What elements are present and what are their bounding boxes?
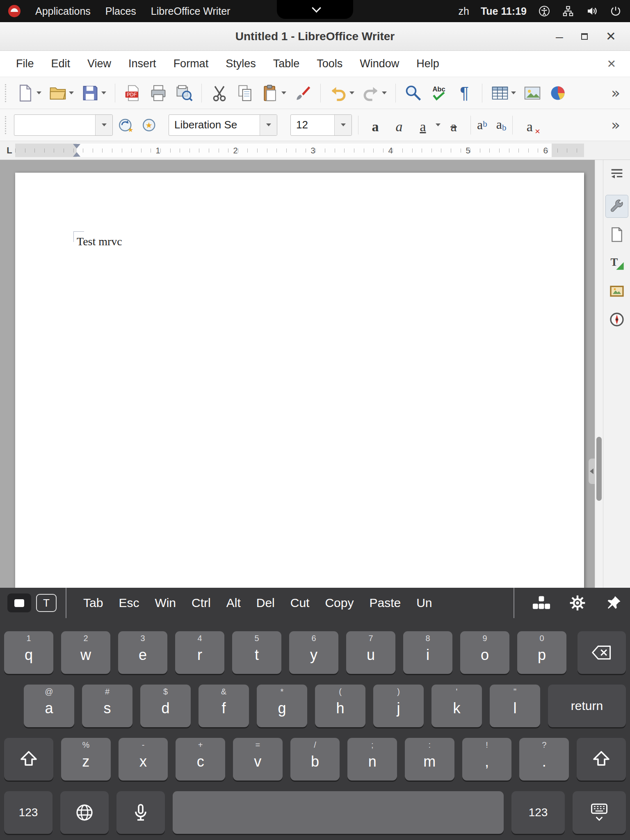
- new-document-button[interactable]: [14, 82, 44, 104]
- undo-button[interactable]: [327, 82, 357, 104]
- key-u[interactable]: 7u: [346, 631, 395, 674]
- insert-table-button[interactable]: [488, 82, 518, 104]
- menu-view[interactable]: View: [79, 57, 120, 70]
- del-key[interactable]: Del: [249, 596, 283, 610]
- close-button[interactable]: ✕: [606, 30, 616, 43]
- find-replace-button[interactable]: [402, 82, 425, 104]
- backspace-key[interactable]: [578, 631, 626, 674]
- active-app-menu[interactable]: LibreOffice Writer: [151, 5, 231, 17]
- return-key[interactable]: return: [548, 685, 626, 727]
- key-w[interactable]: 2w: [61, 631, 110, 674]
- key-v[interactable]: =v: [233, 738, 283, 781]
- paragraph-style-combobox[interactable]: [14, 114, 113, 136]
- key-m[interactable]: :m: [405, 738, 454, 781]
- keyboard-layout-button[interactable]: [532, 594, 550, 612]
- globe-key[interactable]: [60, 791, 109, 834]
- menu-window[interactable]: Window: [351, 57, 408, 70]
- key-t[interactable]: 5t: [232, 631, 281, 674]
- toolbar-grip[interactable]: [5, 116, 8, 134]
- key-q[interactable]: 1q: [4, 631, 53, 674]
- paste-key[interactable]: Paste: [361, 596, 409, 610]
- key-l[interactable]: "l: [490, 685, 540, 727]
- menu-help[interactable]: Help: [408, 57, 448, 70]
- key-p[interactable]: 0p: [517, 631, 566, 674]
- first-line-indent-icon[interactable]: [73, 144, 80, 148]
- distro-logo-icon[interactable]: [8, 5, 21, 17]
- toolbar-overflow-button[interactable]: »: [611, 116, 625, 133]
- cut-key[interactable]: Cut: [283, 596, 317, 610]
- sidebar-gallery-button[interactable]: [605, 280, 628, 303]
- key-period[interactable]: ?.: [519, 738, 569, 781]
- key-r[interactable]: 4r: [175, 631, 224, 674]
- copy-button[interactable]: [233, 82, 256, 104]
- power-icon[interactable]: [609, 5, 622, 17]
- key-n[interactable]: ;n: [347, 738, 397, 781]
- pointer-mode-key[interactable]: [7, 593, 31, 612]
- sidebar-page-button[interactable]: [605, 223, 628, 246]
- dismiss-keyboard-key[interactable]: [573, 791, 626, 834]
- key-d[interactable]: $d: [140, 685, 191, 727]
- strikethrough-button[interactable]: a: [443, 114, 464, 136]
- keyboard-pin-button[interactable]: [605, 594, 623, 612]
- key-i[interactable]: 8i: [403, 631, 452, 674]
- network-icon[interactable]: [562, 5, 574, 17]
- win-key[interactable]: Win: [147, 596, 184, 610]
- font-size-combobox[interactable]: 12: [290, 114, 352, 136]
- save-button[interactable]: [79, 82, 109, 104]
- print-preview-button[interactable]: [172, 82, 195, 104]
- sidebar-styles-button[interactable]: T: [605, 251, 628, 274]
- close-document-button[interactable]: ✕: [607, 57, 623, 71]
- sidebar-properties-button[interactable]: [605, 195, 628, 218]
- dictation-key[interactable]: [116, 791, 165, 834]
- sidebar-collapse-handle[interactable]: [589, 459, 595, 484]
- italic-button[interactable]: a: [388, 114, 410, 136]
- redo-button[interactable]: [359, 82, 389, 104]
- horizontal-ruler[interactable]: L 1 2 3 4 5 6: [0, 141, 630, 160]
- print-button[interactable]: [147, 82, 170, 104]
- menu-edit[interactable]: Edit: [43, 57, 79, 70]
- combobox-dropdown-button[interactable]: [260, 115, 277, 135]
- scrollbar-thumb[interactable]: [596, 437, 602, 501]
- sidebar-navigator-button[interactable]: [605, 308, 628, 331]
- key-y[interactable]: 6y: [289, 631, 338, 674]
- shift-key-left[interactable]: [4, 738, 53, 781]
- minimize-button[interactable]: –: [556, 30, 563, 43]
- key-comma[interactable]: !,: [462, 738, 512, 781]
- key-j[interactable]: )j: [373, 685, 424, 727]
- sidebar-settings-button[interactable]: [605, 162, 628, 185]
- export-pdf-button[interactable]: PDF: [121, 82, 144, 104]
- key-z[interactable]: %z: [61, 738, 111, 781]
- key-f[interactable]: &f: [199, 685, 249, 727]
- menu-styles[interactable]: Styles: [217, 57, 265, 70]
- combobox-dropdown-button[interactable]: [334, 115, 352, 135]
- accessibility-icon[interactable]: [538, 5, 550, 17]
- tab-key[interactable]: Tab: [75, 596, 111, 610]
- hanging-indent-icon[interactable]: [73, 152, 80, 157]
- superscript-button[interactable]: ab: [477, 117, 487, 132]
- insert-image-button[interactable]: [521, 82, 544, 104]
- indent-marker[interactable]: [73, 144, 80, 157]
- copy-key[interactable]: Copy: [317, 596, 361, 610]
- menu-insert[interactable]: Insert: [120, 57, 165, 70]
- tab-stop-selector[interactable]: L: [3, 144, 16, 157]
- combobox-dropdown-button[interactable]: [95, 115, 112, 135]
- update-style-button[interactable]: ★: [115, 114, 137, 136]
- menu-table[interactable]: Table: [265, 57, 308, 70]
- key-c[interactable]: +c: [176, 738, 225, 781]
- key-x[interactable]: -x: [119, 738, 168, 781]
- document-page[interactable]: Test mrvc: [15, 173, 584, 588]
- menu-file[interactable]: File: [7, 57, 43, 70]
- ctrl-key[interactable]: Ctrl: [184, 596, 219, 610]
- ruler-track[interactable]: 1 2 3 4 5 6: [15, 144, 584, 157]
- underline-button[interactable]: a: [412, 114, 441, 136]
- maximize-button[interactable]: [581, 33, 588, 40]
- numbers-key-right[interactable]: 123: [511, 791, 565, 834]
- open-button[interactable]: [46, 82, 76, 104]
- clear-formatting-button[interactable]: a ×: [519, 114, 540, 136]
- keyboard-settings-button[interactable]: [568, 594, 587, 612]
- key-g[interactable]: *g: [257, 685, 307, 727]
- key-s[interactable]: #s: [82, 685, 132, 727]
- vertical-scrollbar[interactable]: [595, 160, 603, 588]
- bold-button[interactable]: a: [365, 114, 386, 136]
- applications-menu[interactable]: Applications: [35, 5, 91, 17]
